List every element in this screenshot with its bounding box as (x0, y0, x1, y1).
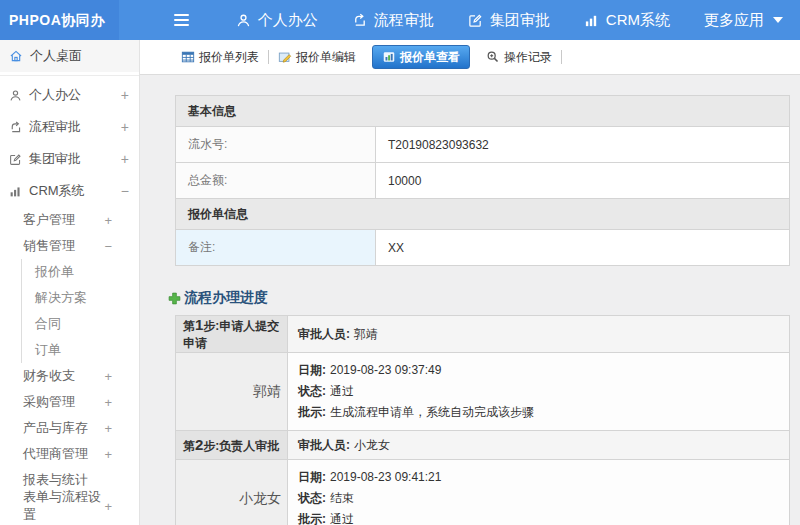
sidebar-item-crm-system[interactable]: CRM系统 − (0, 175, 139, 207)
sidebar-item-label: 财务收支 (23, 367, 104, 385)
field-label: 备注: (176, 230, 376, 266)
sidebar-item-purchasing[interactable]: 采购管理 + (0, 389, 139, 415)
topnav-crm-system[interactable]: CRM系统 (584, 11, 670, 30)
topnav-label: 个人办公 (258, 11, 318, 30)
expand-toggle[interactable]: + (104, 421, 112, 436)
step-detail-cell: 日期:2019-08-23 09:41:21 状态:结束 批示:通过 (288, 460, 790, 525)
sidebar: 个人桌面 个人办公 + 流程审批 + 集团审批 + CRM系统 − 客户管理 + (0, 40, 140, 525)
tab-operation-log[interactable]: 操作记录 (477, 49, 561, 66)
topnav-label: 集团审批 (490, 11, 550, 30)
workflow-icon (352, 13, 367, 28)
table-row: 总金额: 10000 (176, 163, 790, 199)
expand-toggle[interactable]: + (104, 499, 112, 514)
tab-quotation-view[interactable]: 报价单查看 (372, 45, 470, 69)
sidebar-item-products-inventory[interactable]: 产品与库存 + (0, 415, 139, 441)
workflow-progress-heading: 流程办理进度 (168, 289, 790, 307)
topnav-workflow-approval[interactable]: 流程审批 (352, 11, 434, 30)
sidebar-item-label: 个人办公 (29, 86, 121, 104)
topnav-label: 更多应用 (704, 11, 764, 30)
edit-icon (9, 153, 22, 166)
sidebar-item-label: 表单与流程设置 (23, 488, 104, 524)
tab-quotation-list[interactable]: 报价单列表 (172, 49, 268, 66)
bar-chart-icon (584, 13, 599, 28)
expand-toggle[interactable]: + (104, 369, 112, 384)
app-logo: PHPOA协同办公软件 (0, 0, 119, 40)
step-detail-cell: 日期:2019-08-23 09:37:49 状态:通过 批示:生成流程申请单，… (288, 353, 790, 431)
sidebar-item-label: 销售管理 (23, 237, 104, 255)
topbar: PHPOA协同办公软件 个人办公 流程审批 集团审批 CRM系统 更多应用 (0, 0, 800, 40)
serial-number-value: T20190823093632 (376, 127, 790, 163)
table-list-icon (181, 50, 195, 64)
sidebar-item-label: CRM系统 (29, 182, 121, 200)
collapse-toggle[interactable]: − (104, 239, 112, 254)
section-header-row: 报价单信息 (176, 199, 790, 230)
field-label: 流水号: (176, 127, 376, 163)
topnav-label: CRM系统 (606, 11, 670, 30)
view-icon (382, 50, 396, 64)
chevron-down-icon (773, 17, 783, 23)
sidebar-item-label: 代理商管理 (23, 445, 104, 463)
sidebar-item-label: 客户管理 (23, 211, 104, 229)
sidebar-item-workflow-approval[interactable]: 流程审批 + (0, 111, 139, 143)
sidebar-lower-group: 财务收支 + 采购管理 + 产品与库存 + 代理商管理 + 报表与统计 表单与流… (0, 363, 139, 519)
detail-line-status: 状态:通过 (298, 381, 779, 402)
sidebar-item-form-workflow-settings[interactable]: 表单与流程设置 + (0, 493, 139, 519)
approver-label: 审批人员: (298, 327, 350, 341)
form-view: 基本信息 流水号: T20190823093632 总金额: 10000 报价单… (140, 75, 800, 525)
sidebar-item-contract[interactable]: 合同 (22, 311, 139, 337)
expand-toggle[interactable]: + (104, 213, 112, 228)
topnav-group-approval[interactable]: 集团审批 (468, 11, 550, 30)
approver-label: 审批人员: (298, 438, 350, 452)
hamburger-icon[interactable] (174, 11, 189, 29)
sidebar-item-desktop[interactable]: 个人桌面 (0, 40, 139, 72)
topnav-label: 流程审批 (374, 11, 434, 30)
approver-name: 郭靖 (354, 327, 378, 341)
approver-name-cell: 小龙女 (176, 460, 288, 525)
remark-value: XX (376, 230, 790, 266)
sidebar-item-label: 报表与统计 (23, 471, 112, 489)
collapse-toggle[interactable]: − (121, 183, 129, 199)
topnav-personal-office[interactable]: 个人办公 (236, 11, 318, 30)
sidebar-item-label: 个人桌面 (30, 47, 82, 65)
step-title: 第2步:负责人审批 (176, 431, 288, 460)
home-icon (9, 49, 23, 63)
content-area: 报价单列表 报价单编辑 报价单查看 操作记录 基本信息 (140, 40, 800, 525)
sidebar-item-personal-office[interactable]: 个人办公 + (0, 79, 139, 111)
tab-label: 报价单编辑 (296, 49, 356, 66)
edit-doc-icon (278, 50, 292, 64)
sidebar-item-group-approval[interactable]: 集团审批 + (0, 143, 139, 175)
tab-label: 报价单查看 (400, 49, 460, 66)
expand-toggle[interactable]: + (104, 447, 112, 462)
detail-line-date: 日期:2019-08-23 09:41:21 (298, 467, 779, 488)
tab-label: 报价单列表 (199, 49, 259, 66)
expand-toggle[interactable]: + (121, 151, 129, 167)
sidebar-item-quotation[interactable]: 报价单 (22, 259, 139, 285)
bar-chart-icon (9, 185, 22, 198)
topnav-more-apps[interactable]: 更多应用 (704, 11, 783, 30)
magnifier-icon (486, 50, 500, 64)
expand-toggle[interactable]: + (121, 87, 129, 103)
sidebar-item-customer-management[interactable]: 客户管理 + (0, 207, 139, 233)
sidebar-divider (0, 75, 139, 76)
sidebar-item-label: 产品与库存 (23, 419, 104, 437)
expand-toggle[interactable]: + (121, 119, 129, 135)
detail-line-remark: 批示:生成流程申请单，系统自动完成该步骤 (298, 402, 779, 423)
sidebar-item-sales-management[interactable]: 销售管理 − (0, 233, 139, 259)
sidebar-item-finance[interactable]: 财务收支 + (0, 363, 139, 389)
sidebar-item-order[interactable]: 订单 (22, 337, 139, 363)
sidebar-item-label: 采购管理 (23, 393, 104, 411)
detail-line-status: 状态:结束 (298, 488, 779, 509)
sidebar-item-agent-management[interactable]: 代理商管理 + (0, 441, 139, 467)
step-title: 第1步:申请人提交申请 (176, 316, 288, 353)
approver-cell: 审批人员:小龙女 (288, 431, 790, 460)
top-navigation: 个人办公 流程审批 集团审批 CRM系统 更多应用 (219, 11, 800, 30)
field-label: 总金额: (176, 163, 376, 199)
expand-toggle[interactable]: + (104, 395, 112, 410)
sidebar-item-solution[interactable]: 解决方案 (22, 285, 139, 311)
approver-cell: 审批人员:郭靖 (288, 316, 790, 353)
tab-quotation-edit[interactable]: 报价单编辑 (269, 49, 365, 66)
sidebar-sales-submenu: 报价单 解决方案 合同 订单 (21, 259, 139, 363)
detail-line-date: 日期:2019-08-23 09:37:49 (298, 360, 779, 381)
total-amount-value: 10000 (376, 163, 790, 199)
approver-name-cell: 郭靖 (176, 353, 288, 431)
